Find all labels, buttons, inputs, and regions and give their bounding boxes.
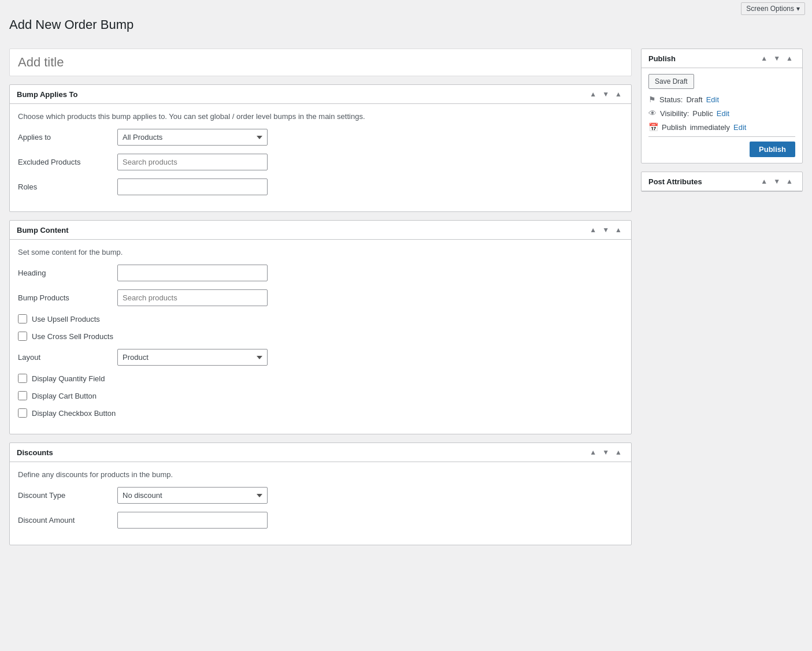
heading-label: Heading: [18, 269, 110, 277]
sidebar: Publish ▲ ▼ ▲ Save Draft ⚑ Status: Draft…: [641, 49, 803, 553]
layout-control: Product List Grid: [117, 349, 268, 366]
publish-button[interactable]: Publish: [750, 142, 795, 157]
publish-controls: ▲ ▼ ▲: [758, 54, 795, 63]
bump-applies-to-title: Bump Applies To: [17, 90, 77, 99]
bump-applies-to-metabox: Bump Applies To ▲ ▼ ▲ Choose which produ…: [9, 84, 632, 212]
save-draft-button[interactable]: Save Draft: [648, 74, 694, 89]
toggle-btn[interactable]: ▲: [613, 90, 624, 99]
publish-time-edit-link[interactable]: Edit: [733, 123, 746, 132]
discount-amount-row: Discount Amount: [18, 512, 623, 529]
publish-up-btn[interactable]: ▲: [758, 54, 770, 63]
discount-type-control: No discount Percentage Fixed Amount: [117, 487, 268, 504]
visibility-edit-link[interactable]: Edit: [717, 109, 729, 118]
discounts-up-btn[interactable]: ▲: [587, 448, 599, 457]
display-cart-checkbox[interactable]: [18, 391, 27, 400]
bump-content-header[interactable]: Bump Content ▲ ▼ ▲: [10, 221, 631, 240]
bump-content-up-btn[interactable]: ▲: [587, 225, 599, 235]
publish-body: Save Draft ⚑ Status: Draft Edit 👁 Visibi…: [642, 68, 802, 163]
visibility-value: Public: [692, 109, 713, 118]
collapse-down-btn[interactable]: ▼: [600, 90, 611, 99]
use-cross-sell-checkbox[interactable]: [18, 332, 27, 341]
bump-content-metabox: Bump Content ▲ ▼ ▲ Set some content for …: [9, 220, 632, 434]
excluded-products-input[interactable]: [117, 154, 268, 170]
display-quantity-label: Display Quantity Field: [32, 374, 105, 383]
applies-to-control: All Products Specific Products Category: [117, 129, 268, 146]
use-upsell-label: Use Upsell Products: [32, 315, 100, 323]
display-checkbox-checkbox[interactable]: [18, 408, 27, 418]
discount-type-row: Discount Type No discount Percentage Fix…: [18, 487, 623, 504]
screen-options-button[interactable]: Screen Options: [741, 2, 805, 15]
discount-amount-input[interactable]: [117, 512, 268, 529]
visibility-label: Visibility:: [660, 109, 689, 118]
heading-input[interactable]: [117, 265, 268, 281]
roles-control: [117, 178, 268, 195]
publish-button-row: Publish: [648, 136, 795, 157]
post-attributes-header[interactable]: Post Attributes ▲ ▼ ▲: [642, 172, 802, 191]
discounts-controls: ▲ ▼ ▲: [587, 448, 624, 457]
discounts-metabox: Discounts ▲ ▼ ▲ Define any discounts for…: [9, 442, 632, 545]
page-title: Add New Order Bump: [9, 17, 803, 32]
bump-products-control: [117, 289, 268, 306]
status-icon: ⚑: [648, 95, 656, 104]
status-label: Status:: [659, 95, 683, 104]
discounts-description: Define any discounts for products in the…: [18, 470, 623, 479]
applies-to-row: Applies to All Products Specific Product…: [18, 129, 623, 146]
status-value: Draft: [686, 95, 702, 104]
bump-products-input[interactable]: [117, 289, 268, 306]
heading-row: Heading: [18, 265, 623, 281]
status-row: ⚑ Status: Draft Edit: [648, 95, 795, 104]
heading-control: [117, 265, 268, 281]
discounts-body: Define any discounts for products in the…: [10, 462, 631, 545]
use-cross-sell-row: Use Cross Sell Products: [18, 332, 623, 341]
discount-type-select[interactable]: No discount Percentage Fixed Amount: [117, 487, 268, 504]
status-edit-link[interactable]: Edit: [706, 95, 719, 104]
use-upsell-row: Use Upsell Products: [18, 314, 623, 323]
publish-time-row: 📅 Publish immediately Edit: [648, 122, 795, 132]
roles-row: Roles: [18, 178, 623, 195]
publish-metabox: Publish ▲ ▼ ▲ Save Draft ⚑ Status: Draft…: [641, 49, 803, 163]
bump-content-down-btn[interactable]: ▼: [600, 225, 611, 235]
post-attributes-title: Post Attributes: [648, 177, 702, 186]
discount-amount-control: [117, 512, 268, 529]
display-checkbox-label: Display Checkbox Button: [32, 409, 116, 418]
visibility-icon: 👁: [648, 109, 657, 118]
post-attr-down-btn[interactable]: ▼: [771, 177, 783, 186]
roles-label: Roles: [18, 183, 110, 191]
bump-content-description: Set some content for the bump.: [18, 248, 623, 256]
bump-content-body: Set some content for the bump. Heading B…: [10, 240, 631, 434]
publish-toggle-btn[interactable]: ▲: [784, 54, 795, 63]
publish-when-value: immediately: [690, 123, 730, 132]
discounts-down-btn[interactable]: ▼: [600, 448, 611, 457]
layout-label: Layout: [18, 353, 110, 362]
publish-header[interactable]: Publish ▲ ▼ ▲: [642, 49, 802, 68]
applies-to-label: Applies to: [18, 133, 110, 142]
discounts-toggle-btn[interactable]: ▲: [613, 448, 624, 457]
bump-products-row: Bump Products: [18, 289, 623, 306]
discount-amount-label: Discount Amount: [18, 516, 110, 524]
post-attr-up-btn[interactable]: ▲: [758, 177, 770, 186]
discounts-title: Discounts: [17, 448, 53, 457]
applies-to-select[interactable]: All Products Specific Products Category: [117, 129, 268, 146]
collapse-up-btn[interactable]: ▲: [587, 90, 599, 99]
discounts-header[interactable]: Discounts ▲ ▼ ▲: [10, 443, 631, 462]
post-attr-toggle-btn[interactable]: ▲: [784, 177, 795, 186]
publish-title: Publish: [648, 54, 676, 63]
layout-select[interactable]: Product List Grid: [117, 349, 268, 366]
bump-applies-to-description: Choose which products this bump applies …: [18, 112, 623, 121]
excluded-products-row: Excluded Products: [18, 154, 623, 170]
bump-content-title: Bump Content: [17, 226, 69, 235]
bump-applies-to-header[interactable]: Bump Applies To ▲ ▼ ▲: [10, 85, 631, 104]
display-quantity-checkbox[interactable]: [18, 374, 27, 383]
display-cart-row: Display Cart Button: [18, 391, 623, 400]
discount-type-label: Discount Type: [18, 491, 110, 500]
bump-content-toggle-btn[interactable]: ▲: [613, 225, 624, 235]
title-input[interactable]: [9, 49, 632, 76]
bump-applies-to-body: Choose which products this bump applies …: [10, 104, 631, 211]
roles-input[interactable]: [117, 178, 268, 195]
bump-applies-to-controls: ▲ ▼ ▲: [587, 90, 624, 99]
use-cross-sell-label: Use Cross Sell Products: [32, 332, 113, 341]
display-quantity-row: Display Quantity Field: [18, 374, 623, 383]
publish-when-label: Publish: [662, 123, 687, 132]
publish-down-btn[interactable]: ▼: [771, 54, 783, 63]
use-upsell-checkbox[interactable]: [18, 314, 27, 323]
